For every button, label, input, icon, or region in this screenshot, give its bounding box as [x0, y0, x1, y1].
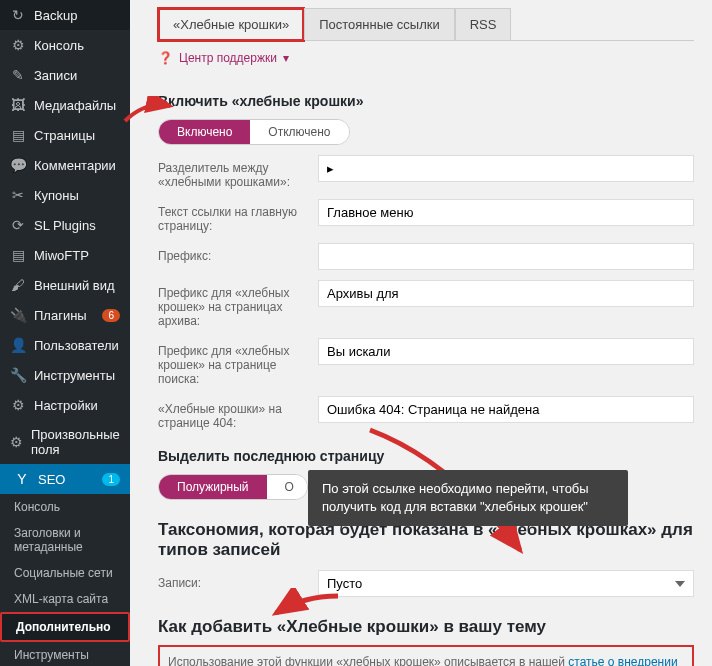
sub-item-5[interactable]: Инструменты	[0, 642, 130, 666]
menu-item-0[interactable]: ↻Backup	[0, 0, 130, 30]
menu-item-13[interactable]: ⚙Настройки	[0, 390, 130, 420]
menu-icon: ✎	[10, 67, 26, 83]
e404-input[interactable]	[318, 396, 694, 423]
menu-item-9[interactable]: 🖌Внешний вид	[0, 270, 130, 300]
menu-item-6[interactable]: ✂Купоны	[0, 180, 130, 210]
enable-heading: Включить «хлебные крошки»	[158, 93, 694, 109]
chevron-down-icon: ▾	[283, 51, 289, 65]
posts-select[interactable]: Пусто	[318, 570, 694, 597]
menu-icon: 🔌	[10, 307, 26, 323]
menu-label: Настройки	[34, 398, 98, 413]
menu-label: Комментарии	[34, 158, 116, 173]
help-icon: ❓	[158, 51, 173, 65]
menu-icon: Y	[14, 471, 30, 487]
bold-on[interactable]: Полужирный	[159, 475, 267, 499]
tab-0[interactable]: «Хлебные крошки»	[158, 8, 304, 41]
menu-item-10[interactable]: 🔌Плагины6	[0, 300, 130, 330]
menu-label: Инструменты	[34, 368, 115, 383]
home-label: Текст ссылки на главную страницу:	[158, 199, 308, 233]
tabs-bar: «Хлебные крошки»Постоянные ссылкиRSS	[158, 8, 694, 41]
menu-item-4[interactable]: ▤Страницы	[0, 120, 130, 150]
hint-tooltip: По этой ссылке необходимо перейти, чтобы…	[308, 470, 628, 526]
menu-badge: 1	[102, 473, 120, 486]
menu-icon: ✂	[10, 187, 26, 203]
support-link[interactable]: ❓ Центр поддержки ▾	[158, 41, 694, 75]
menu-item-3[interactable]: 🖼Медиафайлы	[0, 90, 130, 120]
prefix-input[interactable]	[318, 243, 694, 270]
archive-label: Префикс для «хлебных крошек» на страница…	[158, 280, 308, 328]
menu-label: Пользователи	[34, 338, 119, 353]
enable-toggle[interactable]: Включено Отключено	[158, 119, 350, 145]
info-box: Использование этой функции «хлебных крош…	[158, 645, 694, 666]
search-input[interactable]	[318, 338, 694, 365]
lastpage-heading: Выделить последнюю страницу	[158, 448, 694, 464]
tab-2[interactable]: RSS	[455, 8, 512, 40]
support-label: Центр поддержки	[179, 51, 277, 65]
menu-item-7[interactable]: ⟳SL Plugins	[0, 210, 130, 240]
toggle-off[interactable]: Отключено	[250, 120, 348, 144]
menu-item-2[interactable]: ✎Записи	[0, 60, 130, 90]
bold-off[interactable]: О	[267, 475, 307, 499]
search-label: Префикс для «хлебных крошек» на странице…	[158, 338, 308, 386]
menu-label: Внешний вид	[34, 278, 115, 293]
menu-label: Записи	[34, 68, 77, 83]
toggle-on[interactable]: Включено	[159, 120, 250, 144]
menu-label: SEO	[38, 472, 65, 487]
menu-label: MiwoFTP	[34, 248, 89, 263]
e404-label: «Хлебные крошки» на странице 404:	[158, 396, 308, 430]
info-text: Использование этой функции «хлебных крош…	[168, 655, 568, 666]
home-input[interactable]	[318, 199, 694, 226]
menu-label: Медиафайлы	[34, 98, 116, 113]
menu-label: Страницы	[34, 128, 95, 143]
menu-icon: ⚙	[10, 37, 26, 53]
howto-heading: Как добавить «Хлебные крошки» в вашу тем…	[158, 617, 694, 637]
menu-label: SL Plugins	[34, 218, 96, 233]
prefix-label: Префикс:	[158, 243, 308, 263]
sub-item-1[interactable]: Заголовки и метаданные	[0, 520, 130, 560]
menu-badge: 6	[102, 309, 120, 322]
menu-icon: 💬	[10, 157, 26, 173]
menu-label: Произвольные поля	[31, 427, 120, 457]
sub-item-4[interactable]: Дополнительно	[0, 612, 130, 642]
menu-icon: 🖼	[10, 97, 26, 113]
menu-icon: 🔧	[10, 367, 26, 383]
sub-item-0[interactable]: Консоль	[0, 494, 130, 520]
menu-item-5[interactable]: 💬Комментарии	[0, 150, 130, 180]
menu-icon: ⟳	[10, 217, 26, 233]
menu-item-14[interactable]: ⚙Произвольные поля	[0, 420, 130, 464]
main-content: «Хлебные крошки»Постоянные ссылкиRSS ❓ Ц…	[130, 0, 712, 666]
bold-toggle[interactable]: Полужирный О	[158, 474, 308, 500]
sub-item-3[interactable]: XML-карта сайта	[0, 586, 130, 612]
menu-label: Консоль	[34, 38, 84, 53]
sub-item-2[interactable]: Социальные сети	[0, 560, 130, 586]
sep-label: Разделитель между «хлебными крошками»:	[158, 155, 308, 189]
menu-item-15[interactable]: YSEO1	[0, 464, 130, 494]
menu-icon: ⚙	[10, 397, 26, 413]
tab-1[interactable]: Постоянные ссылки	[304, 8, 455, 40]
menu-icon: ▤	[10, 127, 26, 143]
menu-icon: ⚙	[10, 434, 23, 450]
menu-item-8[interactable]: ▤MiwoFTP	[0, 240, 130, 270]
admin-sidebar: ↻Backup⚙Консоль✎Записи🖼Медиафайлы▤Страни…	[0, 0, 130, 666]
menu-label: Плагины	[34, 308, 87, 323]
posts-label: Записи:	[158, 570, 308, 590]
menu-label: Backup	[34, 8, 77, 23]
menu-item-12[interactable]: 🔧Инструменты	[0, 360, 130, 390]
archive-input[interactable]	[318, 280, 694, 307]
sep-input[interactable]	[318, 155, 694, 182]
menu-label: Купоны	[34, 188, 79, 203]
menu-item-1[interactable]: ⚙Консоль	[0, 30, 130, 60]
menu-icon: ↻	[10, 7, 26, 23]
menu-icon: 👤	[10, 337, 26, 353]
menu-item-11[interactable]: 👤Пользователи	[0, 330, 130, 360]
menu-icon: ▤	[10, 247, 26, 263]
menu-icon: 🖌	[10, 277, 26, 293]
